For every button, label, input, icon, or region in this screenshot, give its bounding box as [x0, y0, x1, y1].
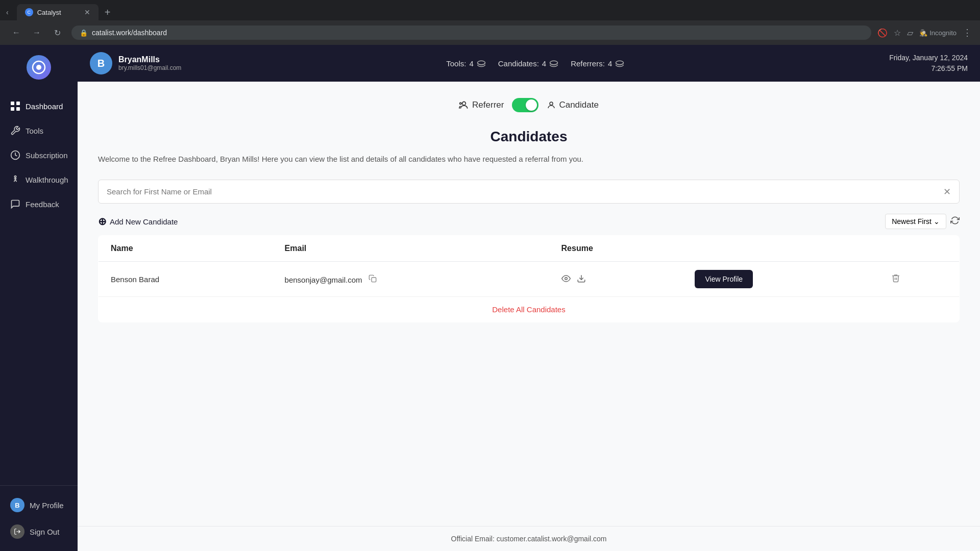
incognito-icon: 🕵	[919, 29, 927, 37]
referrer-label: Referrer	[459, 100, 504, 110]
dashboard-icon	[10, 101, 20, 111]
tab-back-btn[interactable]: ‹	[4, 6, 11, 18]
sidebar-item-my-profile[interactable]: B My Profile	[0, 492, 78, 518]
walkthrough-icon	[10, 174, 20, 185]
browser-menu-button[interactable]: ⋮	[963, 27, 972, 38]
sidebar-item-subscription[interactable]: Subscription	[0, 143, 78, 167]
refresh-button[interactable]	[950, 216, 960, 228]
sidebar-logo	[0, 45, 78, 90]
header-datetime: Friday, January 12, 2024 7:26:55 PM	[889, 53, 968, 74]
sidebar-nav: Dashboard Tools Subscription Walkthrough	[0, 90, 78, 485]
view-profile-cell: View Profile	[682, 262, 878, 297]
tab-close-btn[interactable]: ✕	[84, 8, 90, 16]
col-resume: Resume	[549, 236, 683, 262]
referrers-stat-icon	[615, 58, 624, 69]
candidates-table: Name Email Resume Benson Barad bensonjay…	[98, 235, 960, 322]
add-icon: ⊕	[98, 215, 107, 228]
svg-rect-4	[11, 107, 14, 111]
new-tab-button[interactable]: +	[101, 5, 115, 20]
header-time: 7:26:55 PM	[889, 63, 968, 74]
subscription-icon	[10, 150, 20, 160]
add-candidate-button[interactable]: ⊕ Add New Candidate	[98, 215, 178, 228]
svg-rect-14	[372, 278, 376, 282]
view-profile-button[interactable]: View Profile	[695, 270, 753, 288]
my-profile-avatar: B	[10, 498, 24, 512]
sidebar-label-tools: Tools	[26, 127, 43, 135]
referrer-candidate-toggle[interactable]	[512, 98, 538, 112]
header-user-info: BryanMills bry.mills01@gmail.com	[118, 55, 181, 71]
stat-referrers: Referrers: 4	[571, 58, 624, 69]
view-resume-button[interactable]	[561, 274, 571, 285]
tools-label: Tools:	[446, 59, 466, 68]
reload-button[interactable]: ↻	[49, 24, 65, 41]
url-text: catalist.work/dashboard	[92, 29, 863, 37]
svg-point-15	[565, 277, 567, 280]
toggle-knob	[526, 99, 537, 111]
svg-point-12	[460, 103, 461, 104]
sidebar-item-tools[interactable]: Tools	[0, 118, 78, 143]
tools-count: 4	[469, 59, 473, 68]
tab-favicon: C	[25, 8, 33, 16]
forward-button[interactable]: →	[29, 24, 45, 41]
official-email: customer.catalist.work@gmail.com	[497, 535, 607, 543]
sidebar-label-feedback: Feedback	[26, 200, 59, 209]
sidebar-item-feedback[interactable]: Feedback	[0, 192, 78, 216]
back-button[interactable]: ←	[8, 24, 24, 41]
page-description: Welcome to the Refree Dashboard, Bryan M…	[98, 153, 629, 165]
table-row: Benson Barad bensonjay@gmail.com	[99, 262, 960, 297]
address-bar-row: ← → ↻ 🔒 catalist.work/dashboard 🚫 ☆ ▱ 🕵 …	[0, 20, 980, 45]
address-bar[interactable]: 🔒 catalist.work/dashboard	[71, 26, 871, 40]
referrers-count: 4	[608, 59, 612, 68]
main-area: B BryanMills bry.mills01@gmail.com Tools…	[78, 45, 980, 551]
search-container: ✕	[98, 180, 960, 204]
sidebar-label-subscription: Subscription	[26, 151, 68, 160]
header-username: BryanMills	[118, 55, 181, 64]
delete-all-row: Delete All Candidates	[99, 297, 960, 322]
browser-tab[interactable]: C Catalyst ✕	[17, 4, 99, 20]
resume-actions	[561, 274, 671, 285]
search-input[interactable]	[99, 180, 959, 203]
download-resume-button[interactable]	[577, 274, 586, 285]
delete-all-cell: Delete All Candidates	[99, 297, 960, 322]
sort-dropdown[interactable]: Newest First ⌄	[885, 214, 946, 229]
split-screen-icon[interactable]: ▱	[907, 28, 913, 38]
col-actions	[682, 236, 878, 262]
sidebar-label-dashboard: Dashboard	[26, 102, 63, 111]
header-user: B BryanMills bry.mills01@gmail.com	[90, 52, 181, 74]
sidebar-bottom: B My Profile Sign Out	[0, 485, 78, 551]
candidates-stat-icon	[549, 58, 558, 69]
table-controls: ⊕ Add New Candidate Newest First ⌄	[98, 214, 960, 229]
tab-title: Catalyst	[37, 9, 61, 16]
sidebar-item-dashboard[interactable]: Dashboard	[0, 94, 78, 118]
delete-candidate-cell	[879, 262, 960, 297]
delete-all-candidates-button[interactable]: Delete All Candidates	[492, 305, 565, 314]
search-clear-button[interactable]: ✕	[943, 186, 951, 197]
table-header-row: Name Email Resume	[99, 236, 960, 262]
candidates-count: 4	[542, 59, 546, 68]
candidates-label: Candidates:	[498, 59, 539, 68]
header-stats: Tools: 4 Candidates: 4 Referrers: 4	[181, 58, 889, 69]
delete-candidate-button[interactable]	[891, 273, 900, 285]
tools-icon	[10, 126, 20, 136]
candidate-email: bensonjay@gmail.com	[273, 262, 549, 297]
tab-bar: ‹ C Catalyst ✕ +	[0, 0, 980, 20]
svg-point-7	[14, 176, 16, 178]
incognito-button[interactable]: 🕵 Incognito	[919, 29, 957, 37]
sidebar-item-sign-out[interactable]: Sign Out	[0, 518, 78, 545]
referrer-candidate-toggle-row: Referrer Candidate	[98, 98, 960, 112]
svg-point-13	[550, 102, 553, 105]
sidebar-item-walkthrough[interactable]: Walkthrough	[0, 167, 78, 192]
lock-icon: 🔒	[80, 29, 88, 37]
browser-chrome: ‹ C Catalyst ✕ + ← → ↻ 🔒 catalist.work/d…	[0, 0, 980, 45]
header-date: Friday, January 12, 2024	[889, 53, 968, 63]
star-icon[interactable]: ☆	[894, 28, 901, 38]
candidate-label: Candidate	[547, 100, 599, 110]
col-email: Email	[273, 236, 549, 262]
header: B BryanMills bry.mills01@gmail.com Tools…	[78, 45, 980, 82]
header-avatar: B	[90, 52, 112, 74]
stat-tools: Tools: 4	[446, 58, 486, 69]
copy-email-button[interactable]	[369, 274, 377, 284]
main-content: Referrer Candidate Candidates Welcome to…	[78, 82, 980, 526]
svg-point-1	[36, 65, 41, 70]
sidebar-label-sign-out: Sign Out	[30, 528, 59, 536]
